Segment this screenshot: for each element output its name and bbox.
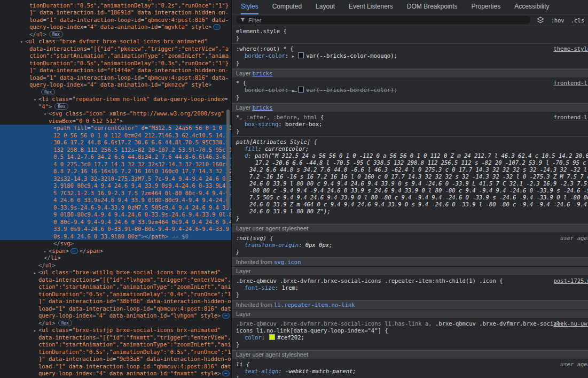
rule-selector[interactable]: element.style { bbox=[236, 28, 584, 35]
property-name[interactable]: border-color bbox=[245, 52, 285, 59]
css-declaration[interactable]: border-color: ▶ var(--bricks-border-colo… bbox=[236, 87, 584, 94]
tree-line[interactable]: <path fill="currentColor" d="M312.5 24a5… bbox=[0, 125, 231, 132]
tree-line[interactable]: "4">flex bbox=[0, 103, 231, 111]
tree-line[interactable]: load="1" data-interaction-loop-id="qbmcu… bbox=[0, 74, 231, 82]
css-declaration[interactable]: transform-origin: 0px 0px; bbox=[236, 242, 584, 249]
property-name[interactable]: font-size bbox=[245, 284, 275, 291]
color-swatch[interactable] bbox=[298, 52, 304, 58]
tree-line[interactable]: 0.5 14.2-7.6 34.2 6.6 44.8s34.2 7.6 44.8… bbox=[0, 153, 231, 161]
expand-ellipsis-button[interactable]: ⋯ bbox=[213, 24, 221, 30]
css-declaration[interactable]: border-color: ▶ var(--bricks-color-moouq… bbox=[236, 52, 584, 60]
rule-selector[interactable]: .brxe-qbmcuv .brxe-dvfmrr.brxe-social-ic… bbox=[236, 320, 584, 327]
tree-line[interactable]: query-loop-index="4" data-animation-id="… bbox=[0, 312, 231, 320]
tree-line[interactable]: query-loop-index="4" data-animation-id="… bbox=[0, 81, 231, 89]
tree-line[interactable]: 132 298.8 112 256.5 112s-82 20-107.2 53.… bbox=[0, 146, 231, 154]
elements-scrollbar-thumb[interactable] bbox=[226, 110, 230, 209]
stylesheet-source-link[interactable]: post-1725.m bbox=[553, 277, 588, 284]
tree-line[interactable]: 0-33.9s-24.6-9.4-33.9 0zM7.5 505c9.4 9.4… bbox=[0, 204, 231, 212]
property-name[interactable]: color bbox=[245, 334, 262, 341]
tree-line[interactable]: flex bbox=[0, 89, 231, 96]
tab-event-listeners[interactable]: Event Listeners bbox=[349, 0, 393, 14]
tree-line[interactable]: load="1" data-interaction-loop-id="qbmcu… bbox=[0, 17, 231, 24]
tree-line[interactable]: ]" data-interaction-id="38bf0b" data-int… bbox=[0, 298, 231, 305]
tree-line[interactable]: 8.8 7.2-16 16-16s16 7.2 16 16l0 160c0 17… bbox=[0, 168, 231, 175]
stylesheet-source-link[interactable]: frontend-li bbox=[553, 114, 588, 121]
property-name[interactable]: transform-origin bbox=[245, 242, 299, 248]
tree-line[interactable]: ▸<ul class="brxe-stsfjp brxe-social-icon… bbox=[0, 327, 231, 334]
property-value[interactable]: 0px 0px; bbox=[305, 242, 333, 248]
tree-line[interactable]: query-loop-index="4" data-animation-id="… bbox=[0, 370, 231, 377]
tree-line[interactable]: 4 0 275.3c0 17.7 14.3 32 32 32s32-14.3 3… bbox=[0, 161, 231, 168]
property-value[interactable]: 1rem; bbox=[282, 284, 299, 291]
css-declaration[interactable]: text-align: -webkit-match-parent; bbox=[236, 368, 584, 375]
tree-line[interactable]: </svg> bbox=[0, 240, 231, 248]
property-name[interactable]: border-color bbox=[245, 87, 285, 93]
filter-input[interactable]: Filter bbox=[236, 16, 530, 24]
tree-line[interactable]: ]" data-interaction-id="f14f4e" data-int… bbox=[0, 67, 231, 74]
expand-value-icon[interactable]: ▶ bbox=[292, 88, 297, 93]
tree-line[interactable]: data-interactions="[{"id":"fnxmtt","trig… bbox=[0, 334, 231, 342]
tree-line[interactable]: 33.9 0s9.4-24.6 0-33.9l-80-80c-9.4-9.4-2… bbox=[0, 226, 231, 233]
css-declaration[interactable]: color: #cef202; bbox=[236, 334, 584, 341]
tree-line[interactable]: tionDuration":"0.5s","animationDelay":"0… bbox=[0, 291, 231, 298]
rule-selector[interactable]: path[Attributes Style] { bbox=[236, 138, 584, 145]
rule-selector[interactable]: :where(:root) * { bbox=[236, 45, 584, 52]
property-value[interactable]: #cef202; bbox=[277, 334, 304, 341]
toggle-pseudo-state-button[interactable]: :hov bbox=[551, 17, 564, 24]
tree-line[interactable]: </li> bbox=[0, 254, 231, 262]
tree-line[interactable]: ▸<span>⋯</span> bbox=[0, 248, 231, 255]
tree-line[interactable]: 3.9l80 80c9.4 9.4 24.6 9.4 33.9 0s9.4-24… bbox=[0, 182, 231, 190]
layers-icon[interactable] bbox=[537, 17, 544, 24]
tree-line[interactable]: data-interactions="[{"id":"pknzcw","trig… bbox=[0, 45, 231, 53]
rule-selector[interactable]: .brxe-qbmcuv .brxe-dvfmrr.brxe-social-ic… bbox=[236, 277, 584, 284]
flex-badge[interactable]: flex bbox=[58, 320, 72, 326]
tree-line[interactable]: ▸<ul class="brxe-wiillq brxe-social-icon… bbox=[0, 269, 231, 276]
tree-line[interactable]: 0 80c-9.4 9.4-9.4 24.6 0 33.9zm464 0c9.4… bbox=[0, 219, 231, 226]
color-swatch[interactable] bbox=[269, 334, 275, 340]
toggle-element-classes-button[interactable]: .cls bbox=[571, 17, 584, 24]
tree-line[interactable]: 32s32-14.3 32-32l0-275.3zM7.5 7c-9.4 9.4… bbox=[0, 175, 231, 183]
rule-selector[interactable]: * { bbox=[236, 80, 584, 87]
tree-line[interactable]: viewBox="0 0 512 512"> bbox=[0, 118, 231, 125]
flex-badge[interactable]: flex bbox=[41, 89, 55, 95]
tree-line[interactable]: tionDuration":"0.5s","animationDelay":"0… bbox=[0, 349, 231, 356]
tree-line[interactable]: load="1" data-interaction-loop-id="qbmcu… bbox=[0, 363, 231, 371]
css-declaration[interactable]: d: path("M 312.5 24 a 56 56 0 1 0 -112 0… bbox=[236, 152, 584, 159]
tree-line[interactable]: ction":"startAnimation","animationType":… bbox=[0, 52, 231, 60]
tree-line[interactable]: data-interactions="[{"id":"lvhgom","trig… bbox=[0, 276, 231, 284]
property-value[interactable]: path("M 312.5 24 a 56 56 0 1 0 -112 0 a … bbox=[255, 152, 588, 159]
tree-line[interactable]: 9 0l80-80c9.4-9.4 9.4-24.6 0-33.9s-24.6-… bbox=[0, 211, 231, 219]
section-header-link[interactable]: bricks bbox=[253, 70, 273, 76]
section-header-link[interactable]: bricks bbox=[253, 104, 273, 111]
tree-line[interactable]: 12 0 56 56 0 1 0 112 0zm24 212.7l46.3 62… bbox=[0, 132, 231, 140]
tree-line[interactable]: query-loop-index="4" data-animation-id="… bbox=[0, 24, 231, 31]
property-value[interactable]: currentcolor; bbox=[265, 145, 309, 152]
css-declaration[interactable]: box-sizing: border-box; bbox=[236, 121, 584, 128]
tree-line[interactable]: tionDuration":"0.5s","animationDelay":"0… bbox=[0, 60, 231, 67]
section-header-link[interactable]: li.repeater-item.no-link bbox=[274, 302, 355, 308]
tree-line[interactable]: tionDuration":"0.5s","animationDelay":"0… bbox=[0, 2, 231, 10]
tab-properties[interactable]: Properties bbox=[472, 0, 501, 14]
stylesheet-source-link[interactable]: frontend-li bbox=[553, 80, 588, 87]
stylesheet-source-link[interactable]: zoek-nu-uw- bbox=[553, 320, 588, 327]
rule-selector[interactable]: icons li.no-link[data-query-loop-index="… bbox=[236, 327, 584, 334]
rule-selector[interactable]: *, :after, :before, html { bbox=[236, 114, 584, 121]
expand-ellipsis-button[interactable]: ⋯ bbox=[222, 371, 230, 376]
rule-selector[interactable]: :not(svg) { bbox=[236, 235, 584, 242]
property-name[interactable]: text-align bbox=[245, 368, 278, 374]
tree-line[interactable]: 5 7C32.1-2.3 16.9-2.3 7.5 7zm464 0l-80 8… bbox=[0, 190, 231, 197]
tree-line[interactable]: 4 24.6 0 33.9s24.6 9.4 33.9 0l80-80c9.4-… bbox=[0, 197, 231, 204]
property-name[interactable]: box-sizing bbox=[245, 121, 278, 127]
expand-ellipsis-button[interactable]: ⋯ bbox=[70, 248, 78, 254]
rule-selector[interactable]: li { bbox=[236, 361, 584, 368]
tree-line[interactable]: ction":"startAnimation","animationType":… bbox=[0, 341, 231, 349]
tree-line[interactable]: ction":"startAnimation","animationType":… bbox=[0, 283, 231, 291]
tree-line[interactable]: 30.6 17.2 44.8 6.6s17.2-30.6 6.6-44.8l-7… bbox=[0, 139, 231, 146]
tree-line[interactable]: load="1" data-interaction-loop-id="qbmcu… bbox=[0, 305, 231, 313]
tree-line[interactable]: ]" data-interaction-id="18691d" data-int… bbox=[0, 9, 231, 17]
tree-line[interactable]: ]" data-interaction-id="9e93a8" data-int… bbox=[0, 356, 231, 363]
property-value[interactable]: var(--bricks-color-moouqo); bbox=[306, 52, 397, 59]
property-value[interactable]: border-box; bbox=[285, 121, 323, 127]
tree-line[interactable]: ▾<svg class="icon" xmlns="http://www.w3.… bbox=[0, 110, 231, 118]
stylesheet-source-link[interactable]: theme-style bbox=[553, 45, 588, 52]
